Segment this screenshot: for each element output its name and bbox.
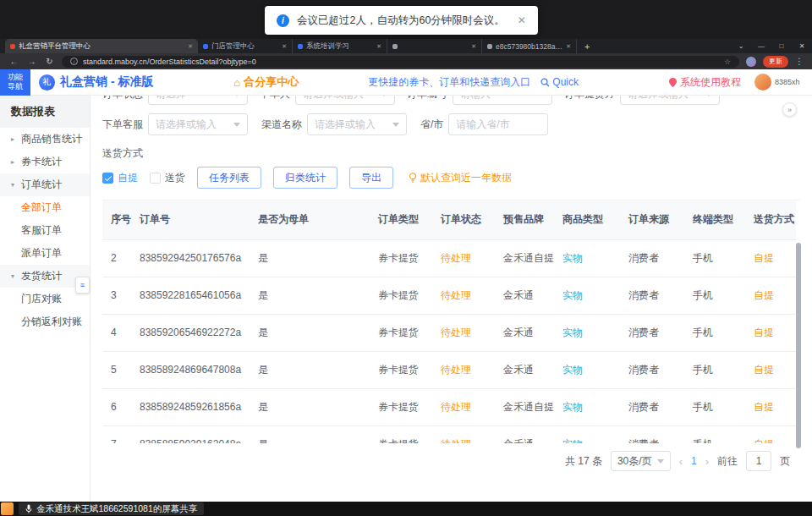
select-placeholder: 请选择或输入	[628, 96, 689, 102]
table-cell: 是	[250, 388, 370, 425]
column-header: 预售品牌	[495, 200, 554, 239]
sidebar-item-label: 全部订单	[21, 200, 62, 215]
order-status-select[interactable]: 请选择	[148, 96, 248, 105]
sidebar-item-product-sales[interactable]: ▸商品销售统计	[0, 128, 90, 151]
sidebar-collapse-handle[interactable]: ≡	[75, 277, 90, 294]
tab-close-icon[interactable]: ✕	[282, 43, 287, 50]
vertical-scrollbar[interactable]	[796, 243, 801, 448]
orderer-select[interactable]: 请选择或输入	[295, 96, 395, 105]
prev-page-button[interactable]: ‹	[679, 455, 683, 468]
browser-tab[interactable]: 系统培训学习✕	[293, 39, 387, 53]
filter-label: 渠道名称	[261, 118, 302, 132]
table-cell: 券卡提货	[370, 388, 432, 425]
sidebar-item-label: 派单订单	[21, 246, 62, 261]
province-city-input[interactable]	[448, 113, 548, 135]
sidebar-item-all-orders[interactable]: 全部订单	[0, 196, 90, 219]
customer-service-select[interactable]: 请选择或输入	[148, 113, 248, 135]
screen-share-indicator[interactable]: 金禾通技术王斌18662591081的屏幕共享	[19, 502, 204, 515]
toast-message: 会议已超过2人，自动转为60分钟限时会议。	[297, 14, 505, 28]
category-stats-button[interactable]: 归类统计	[273, 167, 337, 189]
browser-menu-icon[interactable]: ⋮	[795, 57, 804, 66]
table-row: 283859294250176576a是券卡提货待处理金禾通自提实物消费者手机自…	[102, 239, 796, 277]
sidebar-section-title: 数据报表	[0, 96, 90, 128]
browser-tab[interactable]: e8c573980b1328a258fd2e6f✕	[482, 39, 577, 53]
site-info-icon[interactable]: i	[70, 58, 78, 65]
table-cell[interactable]: 实物	[554, 351, 620, 388]
collapse-filters-button[interactable]: »	[782, 102, 797, 117]
tab-search-icon[interactable]: ⌄	[731, 39, 751, 53]
table-cell: 消费者	[620, 425, 684, 443]
browser-tab[interactable]: 礼盒营销平台管理中心✕	[5, 39, 198, 53]
browser-tab-list: 礼盒营销平台管理中心✕门店管理中心✕系统培训学习✕✕e8c573980b1328…	[5, 39, 577, 53]
function-nav-button[interactable]: 功能 导航	[0, 69, 30, 96]
chevron-down-icon	[657, 459, 664, 464]
table-cell: 自提	[745, 314, 796, 351]
table-cell[interactable]: 实物	[554, 314, 620, 351]
filter-label: 下单客服	[102, 118, 143, 132]
order-number-input[interactable]: 请输入	[453, 96, 552, 105]
filter-label: 订单状态	[102, 96, 143, 102]
page-number-1[interactable]: 1	[691, 455, 697, 467]
table-cell: 83858924859261856a	[131, 388, 250, 425]
reload-icon[interactable]: ↻	[44, 57, 55, 66]
forward-icon[interactable]: →	[26, 57, 37, 66]
table-cell: 自提	[745, 351, 796, 388]
url-bar[interactable]: i standard.maboy.cn/OrderStatisticsDetai…	[62, 56, 739, 68]
search-icon	[540, 78, 550, 87]
sidebar-item-dispatch-orders[interactable]: 派单订单	[0, 242, 90, 265]
table-cell: 6	[102, 388, 131, 425]
table-cell: 83858924869647808a	[131, 351, 250, 388]
bookmark-star-icon[interactable]: ☆	[724, 58, 731, 66]
sidebar-item-order-stats[interactable]: ▾订单统计	[0, 173, 90, 196]
browser-address-bar: ← → ↻ i standard.maboy.cn/OrderStatistic…	[0, 53, 812, 69]
maximize-button[interactable]: □	[771, 39, 792, 53]
sidebar-item-service-orders[interactable]: 客服订单	[0, 219, 90, 242]
next-page-button[interactable]: ›	[705, 455, 709, 468]
tab-close-icon[interactable]: ✕	[376, 43, 381, 50]
table-cell: 手机	[684, 314, 745, 351]
table-row: 783858859029162048a是券卡提货待处理金禾通实物消费者手机自提	[102, 425, 796, 443]
new-tab-button[interactable]: +	[577, 39, 597, 53]
tab-close-icon[interactable]: ✕	[188, 43, 193, 50]
minimize-button[interactable]: —	[751, 39, 771, 53]
table-cell: 消费者	[620, 351, 684, 388]
tutorial-link[interactable]: 系统使用教程	[669, 75, 741, 90]
table-cell[interactable]: 实物	[554, 239, 620, 277]
checkbox-self-pickup[interactable]: 自提	[102, 171, 138, 185]
table-cell[interactable]: 实物	[554, 277, 620, 314]
query-tip: 默认查询近一年数据	[409, 171, 512, 185]
tutorial-label: 系统使用教程	[680, 75, 741, 90]
filter-row-clipped: 订单状态 请选择 下单人 请选择或输入 订单编号 请输	[102, 96, 800, 107]
table-cell[interactable]: 实物	[554, 425, 620, 443]
quick-search-link[interactable]: Quick	[540, 76, 579, 88]
close-icon[interactable]: ✕	[518, 14, 526, 26]
page-size-select[interactable]: 30条/页	[611, 451, 671, 471]
goto-page-input[interactable]	[746, 451, 771, 471]
order-receiver-select[interactable]: 请选择或输入	[620, 96, 720, 105]
export-button[interactable]: 导出	[349, 167, 393, 189]
checkbox-delivery[interactable]: 送货	[150, 171, 185, 185]
browser-tab[interactable]: ✕	[387, 39, 482, 53]
back-icon[interactable]: ←	[8, 57, 19, 66]
filter-order-receiver: 订单提货方 请选择或输入	[564, 96, 720, 105]
sidebar-item-distribution-reconciliation[interactable]: 分销返利对账	[0, 310, 90, 333]
meeting-toast: i 会议已超过2人，自动转为60分钟限时会议。 ✕	[265, 6, 538, 35]
channel-name-select[interactable]: 请选择或输入	[307, 113, 407, 135]
table-cell: 券卡提货	[370, 239, 432, 277]
table-cell[interactable]: 实物	[554, 388, 620, 425]
table-row: 583858924869647808a是券卡提货待处理金禾通实物消费者手机自提	[102, 351, 796, 388]
tab-label: 礼盒营销平台管理中心	[19, 41, 184, 52]
close-window-button[interactable]: ✕	[792, 39, 812, 53]
avatar	[754, 74, 771, 91]
tab-close-icon[interactable]: ✕	[566, 43, 571, 50]
browser-update-button[interactable]: 更新	[763, 56, 788, 68]
browser-profile-avatar[interactable]	[746, 57, 756, 67]
share-center-link[interactable]: ⌂ 合分享中心	[233, 74, 299, 90]
task-list-button[interactable]: 任务列表	[197, 167, 261, 189]
url-text[interactable]: standard.maboy.cn/OrderStatisticsDetail?…	[83, 58, 719, 66]
sidebar-item-coupon-stats[interactable]: ▸券卡统计	[0, 151, 90, 173]
browser-tab[interactable]: 门店管理中心✕	[198, 39, 293, 53]
tab-close-icon[interactable]: ✕	[471, 43, 476, 50]
taskbar-app-icon[interactable]	[1, 502, 14, 515]
user-box[interactable]: 8385xh	[754, 74, 802, 91]
